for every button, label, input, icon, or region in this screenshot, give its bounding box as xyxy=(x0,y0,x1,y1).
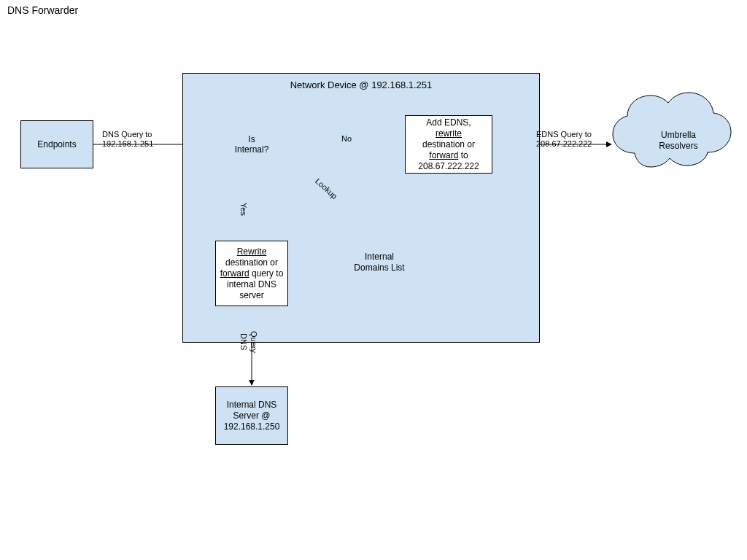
rewrite-l3-wrap: forward query to xyxy=(220,268,284,279)
rewrite-l4: internal DNS xyxy=(220,279,284,290)
domains-list-label: Internal Domains List xyxy=(343,252,416,273)
add-edns-forward: forward xyxy=(429,150,458,160)
cloud-label: Umbrella Resolvers xyxy=(635,130,722,152)
internal-dns-l1: Internal DNS xyxy=(224,400,280,411)
endpoints-label: Endpoints xyxy=(37,139,76,150)
add-edns-l4-wrap: forward to xyxy=(418,150,479,161)
rewrite-box: Rewrite destination or forward query to … xyxy=(215,241,288,306)
add-edns-l3: destination or xyxy=(418,139,479,150)
label-edns-l2: 208.67.222.222 xyxy=(536,139,592,149)
rewrite-l3: query to xyxy=(249,268,284,279)
label-dns-query-to-device: DNS Query to 192.168.1.251 xyxy=(102,130,153,149)
cloud-l1: Umbrella xyxy=(635,130,722,141)
label-edns-query: EDNS Query to 208.67.222.222 xyxy=(536,130,592,149)
rewrite-l1: Rewrite xyxy=(220,246,284,257)
internal-dns-box: Internal DNS Server @ 192.168.1.250 xyxy=(215,386,288,445)
endpoints-box: Endpoints xyxy=(20,120,93,168)
add-edns-l1: Add EDNS, xyxy=(418,117,479,128)
internal-dns-l2: Server @ xyxy=(224,411,280,421)
label-dns-query-l1: DNS Query to xyxy=(102,130,153,139)
label-yes: Yes xyxy=(239,203,248,216)
add-edns-l4: to xyxy=(458,150,468,160)
domains-l2: Domains List xyxy=(343,262,416,273)
label-dns-query-down-l2: Query xyxy=(249,331,258,353)
cloud-l2: Resolvers xyxy=(635,141,722,152)
add-edns-rewrite: rewrite xyxy=(436,128,462,139)
label-dns-query-down-l1: DNS xyxy=(239,333,248,350)
internal-dns-l3: 192.168.1.250 xyxy=(224,421,280,432)
domains-l1: Internal xyxy=(343,252,416,262)
label-edns-l1: EDNS Query to xyxy=(536,130,592,139)
rewrite-rewrite: Rewrite xyxy=(237,246,267,257)
diagram-canvas: DNS Forwarder Netw xyxy=(0,0,747,560)
network-device-title: Network Device @ 192.168.1.251 xyxy=(183,79,539,90)
add-edns-l2: rewrite xyxy=(418,128,479,139)
add-edns-box: Add EDNS, rewrite destination or forward… xyxy=(405,115,492,174)
rewrite-l5: server xyxy=(220,290,284,301)
rewrite-forward: forward xyxy=(220,268,249,279)
add-edns-l5: 208.67.222.222 xyxy=(418,161,479,172)
rewrite-l2: destination or xyxy=(220,257,284,268)
label-dns-query-l2: 192.168.1.251 xyxy=(102,139,153,149)
label-no: No xyxy=(332,134,361,144)
